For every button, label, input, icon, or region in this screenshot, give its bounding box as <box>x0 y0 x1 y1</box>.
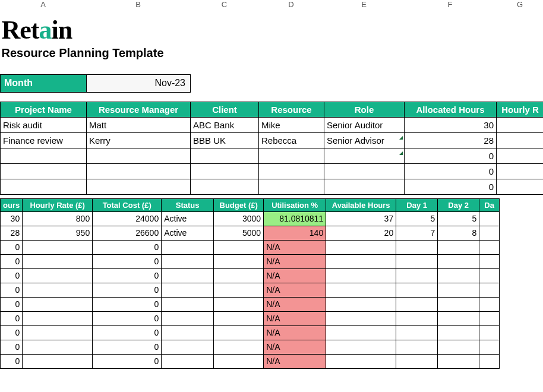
table-cell[interactable] <box>191 148 259 163</box>
table-cell[interactable]: 0 <box>93 311 162 325</box>
table-cell[interactable]: 5000 <box>214 226 264 240</box>
table-cell[interactable] <box>214 325 264 340</box>
column-header[interactable]: G <box>496 0 543 12</box>
table-cell[interactable] <box>23 311 93 325</box>
table-cell[interactable] <box>324 163 405 179</box>
table-cell[interactable]: 0 <box>1 283 23 297</box>
table-header[interactable]: Resource <box>259 102 324 117</box>
table-cell[interactable] <box>497 179 544 194</box>
table-cell[interactable]: 140 <box>264 226 326 240</box>
table-cell[interactable] <box>396 325 438 340</box>
table-cell[interactable]: 5 <box>396 211 438 226</box>
table-cell[interactable] <box>396 254 438 268</box>
table-cell[interactable] <box>326 283 396 297</box>
table-cell[interactable]: 0 <box>93 354 162 368</box>
table-cell[interactable] <box>259 148 324 163</box>
table-header[interactable]: Total Cost (£) <box>93 198 162 211</box>
table-cell[interactable]: 0 <box>93 297 162 311</box>
table-cell[interactable] <box>214 283 264 297</box>
table-cell[interactable]: Mike <box>259 117 324 132</box>
table-cell[interactable]: 8 <box>438 226 479 240</box>
table-cell[interactable]: 0 <box>405 163 497 179</box>
table-cell[interactable]: Matt <box>87 117 191 132</box>
table-cell[interactable]: 0 <box>1 325 23 340</box>
table-cell[interactable]: 30 <box>1 211 23 226</box>
table-cell[interactable] <box>191 179 259 194</box>
table-header[interactable]: ours <box>1 198 23 211</box>
table-cell[interactable]: 0 <box>1 311 23 325</box>
table-cell[interactable] <box>162 311 214 325</box>
table-cell[interactable] <box>214 268 264 283</box>
table-cell[interactable] <box>396 311 438 325</box>
table-cell[interactable] <box>326 240 396 254</box>
table-cell[interactable] <box>87 179 191 194</box>
table-cell[interactable] <box>479 226 500 240</box>
table-cell[interactable] <box>479 211 500 226</box>
table-cell[interactable] <box>438 354 479 368</box>
table-cell[interactable] <box>479 297 500 311</box>
table-cell[interactable] <box>162 254 214 268</box>
table-cell[interactable] <box>1 148 87 163</box>
table-cell[interactable] <box>214 240 264 254</box>
table-cell[interactable] <box>438 340 479 354</box>
table-cell[interactable]: N/A <box>264 354 326 368</box>
table-cell[interactable]: N/A <box>264 297 326 311</box>
table-cell[interactable] <box>396 240 438 254</box>
table-cell[interactable] <box>23 240 93 254</box>
table-cell[interactable] <box>214 354 264 368</box>
table-cell[interactable]: Active <box>162 226 214 240</box>
table-cell[interactable] <box>214 311 264 325</box>
table-header[interactable]: Project Name <box>1 102 87 117</box>
table-cell[interactable] <box>396 283 438 297</box>
table-cell[interactable] <box>324 179 405 194</box>
table-cell[interactable] <box>191 163 259 179</box>
table-cell[interactable] <box>214 340 264 354</box>
table-cell[interactable]: 37 <box>326 211 396 226</box>
table-cell[interactable] <box>479 354 500 368</box>
table-cell[interactable] <box>326 340 396 354</box>
table-cell[interactable]: 28 <box>405 132 497 148</box>
table-cell[interactable]: Rebecca <box>259 132 324 148</box>
table-cell[interactable] <box>438 311 479 325</box>
table-cell[interactable]: 0 <box>405 148 497 163</box>
table-cell[interactable] <box>162 240 214 254</box>
table-cell[interactable]: 0 <box>93 254 162 268</box>
table-cell[interactable] <box>214 297 264 311</box>
table-cell[interactable] <box>396 268 438 283</box>
table-cell[interactable]: 800 <box>23 211 93 226</box>
table-header[interactable]: Utilisation % <box>264 198 326 211</box>
table-cell[interactable]: 26600 <box>93 226 162 240</box>
table-cell[interactable]: 81.0810811 <box>264 211 326 226</box>
table-cell[interactable] <box>479 311 500 325</box>
table-cell[interactable]: 0 <box>93 325 162 340</box>
table-cell[interactable] <box>23 268 93 283</box>
table-cell[interactable] <box>438 325 479 340</box>
table-cell[interactable]: 0 <box>1 254 23 268</box>
table-cell[interactable] <box>23 254 93 268</box>
table-cell[interactable] <box>438 268 479 283</box>
table-cell[interactable]: 0 <box>1 240 23 254</box>
column-header[interactable]: C <box>190 0 258 12</box>
table-cell[interactable] <box>326 254 396 268</box>
table-cell[interactable]: N/A <box>264 325 326 340</box>
table-cell[interactable]: 0 <box>93 340 162 354</box>
table-cell[interactable] <box>479 254 500 268</box>
table-cell[interactable] <box>214 254 264 268</box>
table-cell[interactable] <box>326 354 396 368</box>
table-cell[interactable]: 7 <box>396 226 438 240</box>
table-cell[interactable]: Senior Advisor <box>324 132 405 148</box>
table-cell[interactable] <box>1 179 87 194</box>
table-header[interactable]: Da <box>479 198 500 211</box>
column-header[interactable]: A <box>0 0 86 12</box>
table-header[interactable]: Hourly Rate (£) <box>23 198 93 211</box>
table-cell[interactable] <box>259 163 324 179</box>
table-cell[interactable] <box>497 148 544 163</box>
table-cell[interactable] <box>479 340 500 354</box>
table-cell[interactable] <box>396 340 438 354</box>
table-cell[interactable] <box>87 163 191 179</box>
table-header[interactable]: Day 1 <box>396 198 438 211</box>
table-cell[interactable]: 20 <box>326 226 396 240</box>
table-cell[interactable]: N/A <box>264 340 326 354</box>
table-cell[interactable]: N/A <box>264 268 326 283</box>
table-header[interactable]: Status <box>162 198 214 211</box>
